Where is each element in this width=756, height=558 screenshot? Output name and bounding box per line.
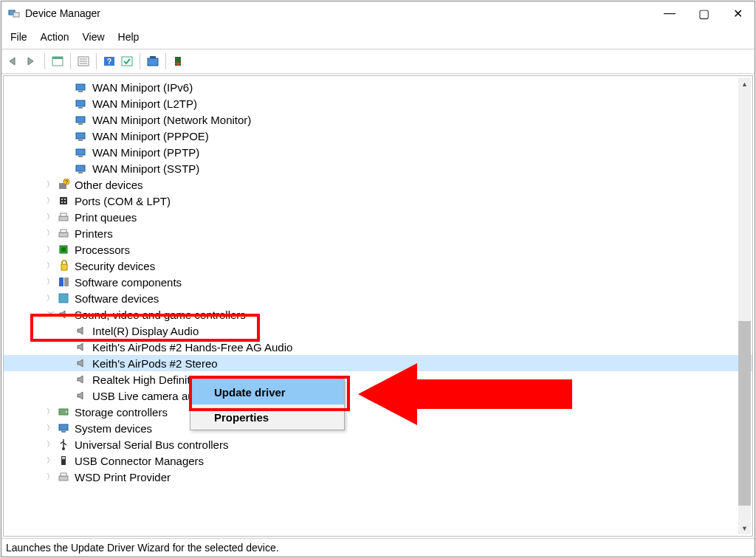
menu-file[interactable]: File (10, 31, 27, 43)
network-adapter-icon (75, 97, 88, 110)
svg-rect-36 (61, 213, 66, 216)
menu-help[interactable]: Help (118, 31, 140, 43)
device-manager-icon (7, 7, 21, 20)
window-title: Device Manager (25, 7, 653, 19)
tree-item[interactable]: WAN Miniport (L2TP) (92, 97, 197, 110)
svg-rect-40 (61, 247, 66, 252)
expand-icon[interactable]: 〉 (45, 244, 55, 255)
svg-rect-37 (59, 232, 68, 237)
annotation-highlight-menu-item (189, 376, 350, 411)
tb-help-icon[interactable]: ? (101, 53, 117, 69)
expand-icon[interactable]: 〉 (45, 277, 55, 287)
speaker-icon (75, 373, 88, 386)
svg-point-49 (62, 447, 65, 450)
svg-rect-17 (76, 100, 85, 106)
tree-item[interactable]: WAN Miniport (PPTP) (92, 146, 199, 159)
expand-icon[interactable]: 〉 (45, 472, 55, 482)
tree-category[interactable]: Ports (COM & LPT) (75, 195, 171, 207)
tb-properties-icon[interactable] (75, 53, 92, 69)
tree-category[interactable]: System devices (75, 422, 152, 435)
svg-rect-43 (64, 278, 69, 286)
svg-rect-25 (76, 165, 85, 171)
scroll-up-icon[interactable]: ▲ (738, 78, 751, 90)
tree-category[interactable]: WSD Print Provider (75, 471, 171, 483)
security-icon (57, 259, 70, 272)
svg-rect-19 (76, 117, 85, 123)
wsd-printer-icon (57, 470, 70, 483)
tb-update-icon[interactable] (145, 53, 161, 69)
tb-show-hidden-icon[interactable] (49, 53, 66, 69)
svg-marker-54 (358, 363, 572, 425)
scrollbar[interactable]: ▲ ▼ (738, 78, 751, 534)
svg-rect-52 (59, 476, 68, 480)
svg-text:?: ? (107, 58, 111, 66)
network-adapter-icon (75, 80, 88, 94)
software-device-icon (57, 292, 70, 305)
tree-category[interactable]: Processors (75, 244, 130, 256)
annotation-highlight-category (30, 314, 260, 342)
toolbar: ? (1, 49, 755, 74)
tree-category[interactable]: Storage controllers (75, 406, 168, 418)
other-devices-icon: ? (57, 178, 70, 191)
svg-rect-41 (61, 264, 67, 270)
svg-rect-18 (78, 107, 83, 108)
expand-icon[interactable]: 〉 (45, 212, 55, 222)
software-component-icon (57, 275, 70, 289)
tree-item[interactable]: WAN Miniport (SSTP) (92, 162, 199, 175)
status-bar: Launches the Update Driver Wizard for th… (1, 538, 755, 557)
svg-rect-1 (13, 13, 19, 17)
speaker-icon (75, 340, 88, 354)
device-manager-window: Device Manager — ▢ ✕ File Action View He… (1, 1, 755, 557)
tb-uninstall-icon[interactable] (171, 53, 187, 69)
network-adapter-icon (75, 129, 88, 142)
scroll-thumb[interactable] (738, 321, 751, 506)
expand-icon[interactable]: 〉 (45, 423, 55, 433)
menu-action[interactable]: Action (41, 31, 69, 43)
storage-icon (57, 405, 70, 418)
tree-category[interactable]: Printers (75, 227, 113, 240)
tree-category[interactable]: Universal Serial Bus controllers (75, 438, 228, 451)
svg-text:?: ? (65, 179, 68, 185)
content-pane: WAN Miniport (IPv6) WAN Miniport (L2TP) … (1, 74, 755, 538)
expand-icon[interactable]: 〉 (45, 196, 55, 206)
speaker-icon (75, 389, 88, 402)
network-adapter-icon (75, 162, 88, 175)
close-button[interactable]: ✕ (721, 1, 755, 25)
minimize-button[interactable]: — (653, 1, 687, 25)
expand-icon[interactable]: 〉 (45, 228, 55, 238)
tree-category[interactable]: Software devices (75, 292, 159, 305)
maximize-button[interactable]: ▢ (687, 1, 721, 25)
expand-icon[interactable]: 〉 (45, 293, 55, 303)
scroll-down-icon[interactable]: ▼ (738, 522, 751, 534)
svg-rect-53 (61, 473, 66, 476)
tree-category[interactable]: Other devices (75, 179, 143, 191)
expand-icon[interactable]: 〉 (45, 261, 55, 271)
svg-rect-3 (52, 57, 63, 59)
svg-rect-12 (150, 56, 156, 58)
svg-rect-38 (61, 230, 66, 232)
tree-item[interactable]: Keith's AirPods #2 Hands-Free AG Audio (92, 341, 292, 354)
svg-rect-51 (62, 457, 65, 459)
expand-icon[interactable]: 〉 (45, 455, 55, 466)
tree-category[interactable]: Security devices (75, 260, 155, 272)
tree-item[interactable]: WAN Miniport (PPPOE) (92, 130, 209, 142)
expand-icon[interactable]: 〉 (45, 439, 55, 450)
processor-icon (57, 243, 70, 256)
forward-button[interactable] (24, 53, 40, 69)
tree-item[interactable]: WAN Miniport (Network Monitor) (92, 114, 251, 126)
tb-scan-icon[interactable] (119, 53, 135, 69)
tree-category[interactable]: Software components (75, 276, 182, 289)
svg-rect-20 (78, 123, 83, 125)
tree-category[interactable]: USB Connector Managers (75, 455, 204, 467)
back-button[interactable] (6, 53, 22, 69)
printer-icon (57, 227, 70, 240)
tree-category[interactable]: Print queues (75, 211, 137, 224)
expand-icon[interactable]: 〉 (45, 407, 55, 417)
menu-view[interactable]: View (82, 31, 104, 43)
tree-item[interactable]: WAN Miniport (IPv6) (92, 81, 193, 94)
expand-icon[interactable]: 〉 (45, 179, 55, 190)
svg-point-46 (66, 411, 67, 413)
titlebar[interactable]: Device Manager — ▢ ✕ (1, 1, 755, 25)
svg-rect-22 (78, 140, 83, 141)
svg-point-32 (64, 199, 66, 200)
